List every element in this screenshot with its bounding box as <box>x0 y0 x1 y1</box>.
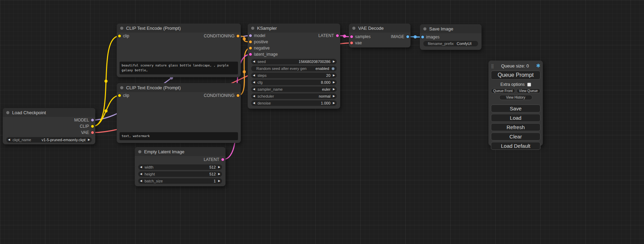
node-title: Save Image <box>429 26 453 31</box>
widget-value: normal <box>319 94 330 98</box>
extra-options-checkbox[interactable] <box>527 83 531 87</box>
samples-input-dot[interactable] <box>350 35 353 38</box>
view-history-button[interactable]: View History <box>499 95 532 100</box>
widget-filename-prefix[interactable]: filename_prefix ComfyUI <box>423 41 478 46</box>
widget-value: 1 <box>214 179 216 183</box>
node-title-bar[interactable]: CLIP Text Encode (Prompt) <box>117 83 241 92</box>
increment-arrow-icon[interactable] <box>333 88 335 91</box>
positive-prompt-textarea[interactable]: beautiful scenery nature glass bottle la… <box>120 62 238 74</box>
load-default-button[interactable]: Load Default <box>491 142 540 150</box>
conditioning-output-dot[interactable] <box>236 34 240 38</box>
widget-cfg[interactable]: cfg 8.000 <box>251 80 337 85</box>
image-output-dot[interactable] <box>406 35 409 38</box>
model-output-dot[interactable] <box>91 118 94 122</box>
latent-output-dot[interactable] <box>221 158 224 161</box>
collapse-dot-icon[interactable] <box>423 27 426 30</box>
increment-arrow-icon[interactable] <box>218 166 220 169</box>
increment-arrow-icon[interactable] <box>333 95 335 98</box>
negative-input-dot[interactable] <box>249 46 252 50</box>
decrement-arrow-icon[interactable] <box>140 180 142 182</box>
increment-arrow-icon[interactable] <box>333 74 335 77</box>
widget-value: 1.000 <box>321 101 330 105</box>
vae-output-dot[interactable] <box>91 131 94 134</box>
decrement-arrow-icon[interactable] <box>253 74 255 77</box>
increment-arrow-icon[interactable] <box>333 102 335 105</box>
queue-front-button[interactable]: Queue Front <box>491 88 515 93</box>
widget-denoise[interactable]: denoise 1.000 <box>251 100 337 106</box>
widget-value: ComfyUI <box>457 42 471 46</box>
decrement-arrow-icon[interactable] <box>253 81 255 84</box>
decrement-arrow-icon[interactable] <box>140 166 142 169</box>
widget-label: cfg <box>257 80 263 84</box>
increment-arrow-icon[interactable] <box>218 173 220 175</box>
clip-input-dot[interactable] <box>118 94 121 97</box>
node-title-bar[interactable]: Load Checkpoint <box>3 108 95 117</box>
widget-width[interactable]: width 512 <box>138 164 222 170</box>
clip-output-dot[interactable] <box>91 125 94 128</box>
toggle-knob-icon[interactable] <box>332 67 335 70</box>
clear-button[interactable]: Clear <box>491 133 540 141</box>
decrement-arrow-icon[interactable] <box>8 138 10 141</box>
model-input-dot[interactable] <box>249 34 252 37</box>
increment-arrow-icon[interactable] <box>218 180 220 182</box>
latent-output-dot[interactable] <box>336 34 339 37</box>
widget-batch-size[interactable]: batch_size 1 <box>138 178 222 184</box>
clip-input-dot[interactable] <box>118 34 121 38</box>
node-vae-decode[interactable]: VAE Decode samples IMAGE vae <box>349 24 411 47</box>
latent-image-input-dot[interactable] <box>249 53 252 56</box>
load-button[interactable]: Load <box>491 114 540 122</box>
output-slot-latent: LATENT <box>135 156 226 163</box>
widget-value: 8.000 <box>321 80 330 84</box>
negative-prompt-textarea[interactable]: text, watermark <box>120 132 238 141</box>
images-input-dot[interactable] <box>421 35 424 39</box>
widget-seed[interactable]: seed 156680208700286 <box>251 59 337 64</box>
widget-ckpt-name[interactable]: ckpt_name v1-5-pruned-emaonly.ckpt <box>6 137 92 143</box>
widget-label: ckpt_name <box>12 138 31 142</box>
widget-steps[interactable]: steps 20 <box>251 73 337 78</box>
widget-sampler-name[interactable]: sampler_name euler <box>251 87 337 92</box>
view-queue-button[interactable]: View Queue <box>517 88 541 93</box>
decrement-arrow-icon[interactable] <box>253 95 255 98</box>
node-empty-latent-image[interactable]: Empty Latent Image LATENT width 512 heig… <box>135 147 226 186</box>
link-midpoint-dot <box>343 35 346 38</box>
collapse-dot-icon[interactable] <box>251 27 254 30</box>
node-title-bar[interactable]: CLIP Text Encode (Prompt) <box>117 24 241 33</box>
conditioning-output-dot[interactable] <box>236 94 240 97</box>
input-slot-positive: positive <box>248 39 340 45</box>
widget-height[interactable]: height 512 <box>138 171 222 177</box>
positive-input-dot[interactable] <box>249 40 252 44</box>
settings-gear-icon[interactable] <box>536 63 540 69</box>
collapse-dot-icon[interactable] <box>120 27 123 30</box>
increment-arrow-icon[interactable] <box>333 81 335 84</box>
slot-row: model LATENT <box>248 33 340 39</box>
node-ksampler[interactable]: KSampler model LATENT positive negative … <box>248 24 340 109</box>
increment-arrow-icon[interactable] <box>88 138 90 141</box>
widget-scheduler[interactable]: scheduler normal <box>251 93 337 99</box>
collapse-dot-icon[interactable] <box>6 111 9 114</box>
node-title-bar[interactable]: KSampler <box>248 24 340 33</box>
node-clip-text-encode-positive[interactable]: CLIP Text Encode (Prompt) clip CONDITION… <box>117 24 241 77</box>
vae-input-dot[interactable] <box>350 41 353 45</box>
decrement-arrow-icon[interactable] <box>253 60 255 63</box>
node-clip-text-encode-negative[interactable]: CLIP Text Encode (Prompt) clip CONDITION… <box>117 83 241 143</box>
node-load-checkpoint[interactable]: Load Checkpoint MODEL CLIP VAE ckpt_name… <box>3 108 95 144</box>
queue-prompt-button[interactable]: Queue Prompt <box>491 71 540 80</box>
node-title-bar[interactable]: VAE Decode <box>349 24 411 33</box>
refresh-button[interactable]: Refresh <box>491 123 540 131</box>
decrement-arrow-icon[interactable] <box>140 173 142 175</box>
collapse-dot-icon[interactable] <box>352 27 355 30</box>
drag-handle-icon[interactable] <box>491 63 494 69</box>
node-title-bar[interactable]: Empty Latent Image <box>135 147 226 156</box>
widget-random-seed-toggle[interactable]: Random seed after every gen enabled <box>251 66 337 71</box>
decrement-arrow-icon[interactable] <box>253 88 255 91</box>
widget-label: width <box>144 165 153 169</box>
collapse-dot-icon[interactable] <box>120 86 123 89</box>
increment-arrow-icon[interactable] <box>333 60 335 63</box>
collapse-dot-icon[interactable] <box>138 150 141 153</box>
widget-value: 156680208700286 <box>299 60 330 64</box>
graph-canvas[interactable]: Load Checkpoint MODEL CLIP VAE ckpt_name… <box>0 0 644 244</box>
node-title-bar[interactable]: Save Image <box>420 24 482 33</box>
decrement-arrow-icon[interactable] <box>253 102 255 105</box>
node-save-image[interactable]: Save Image images filename_prefix ComfyU… <box>420 24 482 50</box>
save-button[interactable]: Save <box>491 105 540 112</box>
